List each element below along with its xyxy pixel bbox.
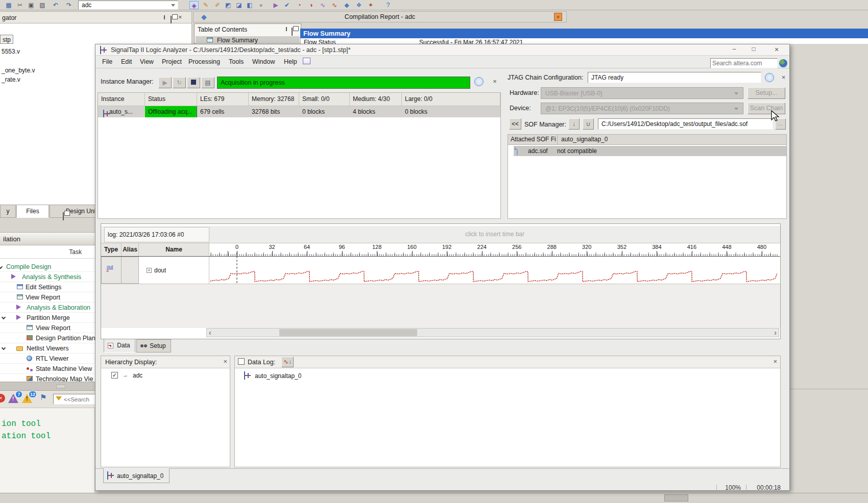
task-item-partition-merge[interactable]: Partition Merge (0, 313, 97, 323)
toc-item-flow-summary[interactable]: Flow Summary (196, 36, 300, 44)
report-close-button[interactable]: × (554, 13, 562, 21)
toolbar-icon-cut[interactable]: ✂ (15, 1, 25, 9)
tasks-splitter[interactable] (0, 382, 97, 391)
navigator-file-_one_byte.v[interactable]: _one_byte.v (0, 66, 36, 75)
error-icon[interactable]: × (0, 394, 5, 403)
collapse-sof-button[interactable]: << (509, 118, 521, 130)
menu-edit[interactable]: Edit (119, 57, 134, 66)
attach-sof-button[interactable]: ∪ (583, 118, 594, 130)
toolbar-icon-compile[interactable]: ◈ (189, 1, 199, 9)
message-search-input[interactable] (64, 395, 95, 404)
toolbar-icon-start-compilation[interactable]: ▶ (271, 1, 280, 9)
signal-name[interactable]: dout (154, 267, 166, 274)
signaltap-titlebar[interactable]: SignalTap II Logic Analyzer - C:/Users/1… (95, 44, 789, 56)
toolbar-icon-waveform-1[interactable]: ∿ (318, 1, 327, 9)
run-analysis-button[interactable]: ▶ (158, 77, 172, 88)
sof-file-row[interactable]: adc.sof not compatible (514, 146, 786, 156)
bottom-tab-auto-signaltap[interactable]: auto_signaltap_0 (103, 468, 170, 483)
toolbar-icon-help[interactable]: ? (383, 1, 393, 9)
toolbar-icon-fitter[interactable]: ◪ (234, 1, 244, 9)
flag-icon[interactable]: ⚑ (40, 393, 46, 402)
toolbar-icon-redo[interactable]: ↷ (64, 1, 74, 9)
sof-path-field[interactable]: C:/Users/14912/Desktop/adc_test/output_f… (598, 118, 773, 130)
close-button[interactable]: × (770, 45, 783, 55)
menu-project[interactable]: Project (160, 57, 183, 66)
waveform-trace[interactable] (209, 253, 778, 286)
read-data-button[interactable]: ▤ (201, 77, 214, 88)
insert-time-bar-hint[interactable]: click to insert time bar (209, 231, 780, 238)
toolbar-icon-paste[interactable]: ▨ (38, 1, 47, 9)
hardware-combo[interactable]: USB-Blaster [USB-0] (541, 87, 743, 99)
program-device-button[interactable]: ↓ (568, 118, 580, 130)
close-icon[interactable]: × (223, 358, 227, 365)
web-globe-icon[interactable] (779, 59, 787, 67)
toolbar-icon-pin-planner[interactable]: ✐ (213, 1, 222, 9)
toolbar-icon-assignment-editor[interactable]: ✎ (201, 1, 210, 9)
minimize-button[interactable]: – (729, 45, 740, 55)
menu-help[interactable]: Help (282, 57, 299, 66)
stop-analysis-button[interactable] (187, 77, 200, 88)
toolbar-icon-report[interactable]: ◆ (342, 1, 351, 9)
menu-tools[interactable]: Tools (227, 57, 245, 66)
menu-file[interactable]: File (101, 57, 114, 66)
hierarchy-item-adc[interactable]: ✓ → adc (101, 371, 230, 381)
setup-button[interactable]: Setup... (748, 87, 785, 99)
datalog-item[interactable]: auto_signaltap_0 (235, 371, 780, 381)
expand-icon[interactable]: + (147, 268, 152, 273)
menu-window[interactable]: Window (251, 57, 276, 66)
close-icon[interactable]: × (178, 14, 182, 21)
toolbar-icon-waveform-2[interactable]: ∿ (330, 1, 339, 9)
chevron-down-icon[interactable] (171, 4, 175, 7)
waveform-hscrollbar[interactable]: ‹ › (206, 328, 779, 337)
checkbox-checked[interactable]: ✓ (111, 372, 118, 379)
task-item-view-report[interactable]: View Report (0, 292, 97, 303)
jtag-help-icon[interactable] (765, 73, 774, 82)
navigator-file-5553.v[interactable]: 5553.v (0, 47, 21, 56)
checkbox-unchecked[interactable] (238, 358, 245, 365)
scrollbar-thumb[interactable] (279, 329, 417, 336)
task-item-technology-map-vie[interactable]: Technology Map Vie (0, 374, 97, 382)
toolbar-icon-synthesis[interactable]: ◩ (224, 1, 233, 9)
jtag-close-icon[interactable]: × (780, 74, 787, 81)
altera-search-box[interactable] (710, 58, 778, 68)
chevron-expanded-icon[interactable] (2, 315, 6, 319)
task-item-netlist-viewers[interactable]: Netlist Viewers (0, 343, 97, 354)
toolbar-icon-assembler[interactable]: ◧ (245, 1, 254, 9)
datalog-capture-button[interactable]: ∿↓ (281, 357, 294, 367)
signal-name-cell[interactable]: + dout (139, 257, 209, 284)
device-combo[interactable]: @1: EP3C(10|5)/EP4CE(10|6) (0x020F10DD) (541, 103, 743, 114)
project-combo[interactable]: adc (78, 1, 178, 10)
toolbar-icon-programmer[interactable]: ✦ (366, 1, 375, 9)
horizontal-scrollbar-thumb[interactable] (664, 494, 688, 501)
maximize-button[interactable]: □ (748, 45, 759, 55)
float-icon[interactable] (171, 16, 172, 24)
toolbar-icon-timing-report[interactable]: ◑ (306, 1, 316, 9)
toolbar-icon-start-analysis[interactable]: ✔ (282, 1, 292, 9)
toolbar-icon-copy[interactable]: ▣ (27, 1, 36, 9)
close-icon[interactable]: × (773, 358, 777, 365)
task-item-view-report[interactable]: View Report (0, 323, 97, 333)
splitter-handle[interactable] (56, 385, 65, 388)
float-icon[interactable] (292, 28, 293, 36)
menu-view[interactable]: View (138, 57, 155, 66)
toolbar-icon-stop[interactable]: ● (256, 1, 266, 9)
autorun-analysis-button[interactable]: ↻ (173, 77, 186, 88)
task-item-compile-design[interactable]: Compile Design (0, 262, 97, 272)
navigator-file-stp[interactable]: stp (0, 35, 13, 44)
chevron-expanded-icon[interactable] (2, 346, 6, 350)
scroll-left-icon[interactable]: ‹ (209, 329, 211, 337)
task-item-analysis-elaboration[interactable]: Analysis & Elaboration (0, 303, 97, 313)
feedback-icon[interactable] (303, 58, 310, 64)
toolbar-icon-undo[interactable]: ↶ (51, 1, 60, 9)
toolbar-icon-rapid-recompile[interactable]: ❖ (354, 1, 364, 9)
tab-setup[interactable]: Setup (136, 339, 171, 353)
message-search-box[interactable] (53, 394, 97, 405)
tab-files[interactable]: Files (16, 205, 49, 218)
task-item-edit-settings[interactable]: Edit Settings (0, 282, 97, 292)
menu-processing[interactable]: Processing (187, 57, 222, 66)
help-icon[interactable] (474, 77, 484, 86)
toolbar-icon-timing-analyzer[interactable]: ◔ (295, 1, 304, 9)
task-item-analysis-synthesis[interactable]: Analysis & Synthesis (0, 272, 97, 282)
tab-data[interactable]: Data (104, 339, 135, 353)
instance-table-row[interactable]: auto_s...Offloading acq...679 cells32768… (98, 106, 500, 117)
